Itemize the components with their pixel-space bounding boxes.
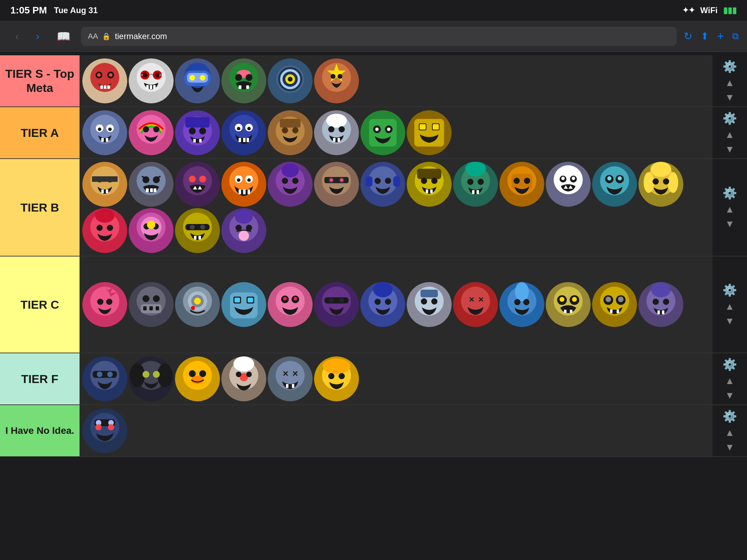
char-a-6[interactable] [314, 110, 359, 155]
svg-point-47 [108, 128, 112, 131]
char-c-12[interactable] [592, 282, 637, 327]
char-b-13[interactable] [638, 162, 683, 207]
svg-point-13 [142, 73, 147, 77]
new-tab-button[interactable]: + [717, 29, 724, 43]
svg-point-240 [339, 298, 344, 303]
char-c-1[interactable] [82, 282, 127, 327]
tier-s-up[interactable]: ▲ [725, 77, 735, 88]
tier-x-gear[interactable]: ⚙️ [722, 409, 737, 424]
char-c-4[interactable] [221, 282, 266, 327]
char-c-11[interactable] [546, 282, 591, 327]
char-f-6[interactable] [314, 356, 359, 401]
char-b-16[interactable] [175, 208, 220, 253]
char-b-5[interactable] [268, 162, 313, 207]
char-b-7[interactable] [360, 162, 405, 207]
char-x-1[interactable] [82, 408, 127, 453]
char-s-2[interactable] [129, 58, 174, 103]
tier-s-gear[interactable]: ⚙️ [722, 59, 737, 74]
text-size-button[interactable]: AA [88, 32, 98, 41]
tier-c-down[interactable]: ▼ [725, 316, 735, 327]
char-b-6[interactable] [314, 162, 359, 207]
char-b-12[interactable] [592, 162, 637, 207]
svg-point-250 [431, 298, 437, 305]
svg-point-290 [130, 363, 145, 388]
svg-point-133 [330, 178, 333, 182]
char-c-5[interactable] [268, 282, 313, 327]
char-b-1[interactable] [82, 162, 127, 207]
char-c-8[interactable] [407, 282, 452, 327]
char-a-1[interactable] [82, 110, 127, 155]
svg-point-28 [246, 74, 252, 81]
char-b-17[interactable] [221, 208, 266, 253]
svg-point-273 [618, 297, 624, 302]
char-c-13[interactable] [638, 282, 683, 327]
char-f-1[interactable] [82, 356, 127, 401]
tier-f-up[interactable]: ▲ [725, 375, 735, 386]
tier-b-gear[interactable]: ⚙️ [722, 185, 737, 200]
char-c-10[interactable] [499, 282, 544, 327]
svg-point-23 [200, 75, 205, 81]
refresh-button[interactable]: ↻ [684, 30, 692, 42]
tier-c-gear[interactable]: ⚙️ [722, 282, 737, 298]
char-a-5[interactable] [268, 110, 313, 155]
char-f-4[interactable] [221, 356, 266, 401]
char-c-7[interactable] [360, 282, 405, 327]
char-f-2[interactable] [129, 356, 174, 401]
tier-b-down[interactable]: ▼ [725, 218, 735, 230]
address-bar[interactable]: AA 🔒 tiermaker.com [81, 27, 677, 46]
svg-point-77 [326, 114, 347, 128]
char-b-10[interactable] [499, 162, 544, 207]
forward-button[interactable]: › [29, 28, 46, 45]
svg-point-265 [572, 297, 577, 302]
char-b-2[interactable] [129, 162, 174, 207]
char-c-2[interactable] [129, 282, 174, 327]
tier-a-up[interactable]: ▲ [725, 129, 735, 140]
tier-a-down[interactable]: ▼ [725, 144, 735, 155]
tier-c-row: TIER C [0, 256, 747, 353]
char-b-14[interactable] [82, 208, 127, 253]
char-b-8[interactable] [407, 162, 452, 207]
char-s-1[interactable] [82, 58, 127, 103]
char-s-5[interactable] [268, 58, 313, 103]
char-f-3[interactable] [175, 356, 220, 401]
char-a-4[interactable] [221, 110, 266, 155]
tier-c-up[interactable]: ▲ [725, 301, 735, 312]
tier-f-down[interactable]: ▼ [725, 390, 735, 401]
tier-f-gear[interactable]: ⚙️ [722, 357, 737, 372]
tier-b-up[interactable]: ▲ [725, 204, 735, 215]
share-button[interactable]: ⬆ [701, 30, 709, 42]
back-button[interactable]: ‹ [8, 28, 26, 45]
tier-s-down[interactable]: ▼ [725, 92, 735, 103]
char-b-11[interactable] [546, 162, 591, 207]
tier-x-down[interactable]: ▼ [725, 442, 735, 453]
char-b-4[interactable] [221, 162, 266, 207]
tier-a-gear[interactable]: ⚙️ [722, 111, 737, 126]
char-s-6[interactable] [314, 58, 359, 103]
svg-rect-67 [239, 138, 241, 142]
char-c-6[interactable] [314, 282, 359, 327]
char-c-3[interactable] [175, 282, 220, 327]
char-b-3[interactable] [175, 162, 220, 207]
bookmarks-button[interactable]: 📖 [57, 30, 71, 43]
tier-x-up[interactable]: ▲ [725, 427, 735, 438]
status-icons: ✦✦ WiFi ▮▮▮ [682, 6, 737, 15]
char-s-4[interactable] [221, 58, 266, 103]
svg-point-176 [651, 162, 671, 177]
char-b-15[interactable] [129, 208, 174, 253]
tier-x-actions: ⚙️ ▲ ▼ [712, 405, 747, 456]
svg-point-243 [373, 282, 393, 297]
char-a-8[interactable] [407, 110, 452, 155]
svg-point-87 [387, 128, 390, 131]
char-a-7[interactable] [360, 110, 405, 155]
char-f-5[interactable]: ✕ ✕ [268, 356, 313, 401]
svg-rect-229 [248, 298, 253, 302]
char-s-3[interactable] [175, 58, 220, 103]
char-a-3[interactable] [175, 110, 220, 155]
tabs-button[interactable]: ⧉ [732, 31, 739, 41]
tier-s-label: TIER S - Top Meta [0, 55, 80, 106]
char-c-9[interactable]: ✕ ✕ [453, 282, 498, 327]
svg-rect-68 [243, 138, 246, 142]
char-a-2[interactable] [129, 110, 174, 155]
char-b-9[interactable] [453, 162, 498, 207]
svg-point-322 [108, 424, 114, 430]
